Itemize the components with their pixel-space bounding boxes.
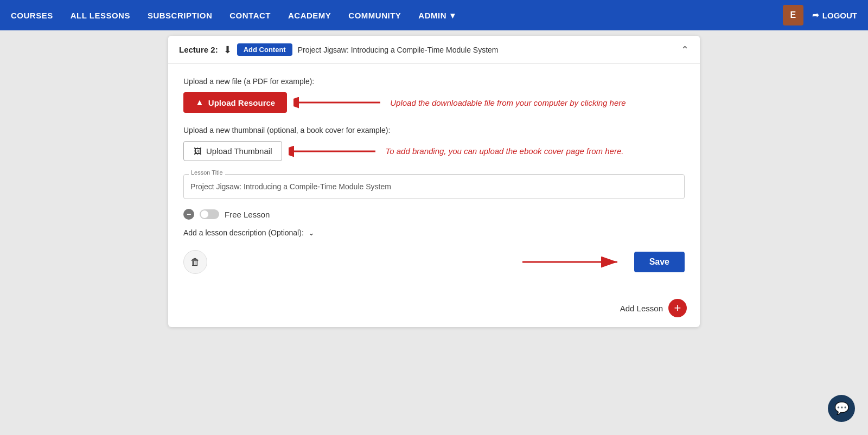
- nav-links: COURSES ALL LESSONS SUBSCRIPTION CONTACT…: [11, 11, 457, 20]
- lesson-title-floating-label: Lesson Title: [189, 169, 225, 176]
- nav-subscription[interactable]: SUBSCRIPTION: [148, 11, 212, 20]
- form-content: Upload a new file (a PDF for example): ▲…: [168, 64, 700, 289]
- upload-resource-arrow: Upload the downloadable file from your c…: [293, 94, 626, 111]
- nav-academy[interactable]: ACADEMY: [288, 11, 331, 20]
- toggle-thumb: [201, 210, 208, 218]
- add-description-label: Add a lesson description (Optional):: [183, 228, 304, 237]
- add-description-row[interactable]: Add a lesson description (Optional): ⌄: [183, 228, 685, 237]
- chat-icon: 💬: [834, 401, 849, 415]
- nav-right: E ➦ LOGOUT: [783, 5, 857, 25]
- save-arrow-svg: [517, 252, 626, 272]
- navbar: COURSES ALL LESSONS SUBSCRIPTION CONTACT…: [0, 0, 868, 30]
- upload-thumbnail-arrow: To add branding, you can upload the eboo…: [289, 143, 623, 160]
- logout-button[interactable]: ➦ LOGOUT: [812, 10, 857, 20]
- nav-all-lessons[interactable]: ALL LESSONS: [71, 11, 130, 20]
- add-content-button[interactable]: Add Content: [237, 43, 292, 56]
- arrow-svg-thumbnail: [289, 143, 381, 160]
- nav-admin[interactable]: ADMIN ▼: [418, 11, 457, 20]
- upload-resource-row: ▲ Upload Resource Upload the downloadabl…: [183, 92, 685, 113]
- upload-thumbnail-button[interactable]: 🖼 Upload Thumbnail: [183, 141, 282, 161]
- nav-courses[interactable]: COURSES: [11, 11, 53, 20]
- plus-icon: +: [674, 301, 681, 315]
- arrow-svg-resource: [293, 94, 386, 111]
- toggle-minus-icon[interactable]: −: [183, 209, 194, 220]
- delete-button[interactable]: 🗑: [183, 250, 207, 274]
- nav-community[interactable]: COMMUNITY: [348, 11, 401, 20]
- lecture-label: Lecture 2:: [179, 45, 218, 54]
- download-icon[interactable]: ⬇: [224, 44, 232, 56]
- upload-resource-section-label: Upload a new file (a PDF for example):: [183, 77, 685, 86]
- add-lesson-button[interactable]: +: [668, 299, 687, 317]
- save-button[interactable]: Save: [634, 252, 685, 272]
- save-area: Save: [517, 252, 685, 272]
- upload-thumbnail-annotation: To add branding, you can upload the eboo…: [385, 146, 623, 156]
- free-lesson-label: Free Lesson: [225, 210, 270, 219]
- add-lesson-row: Add Lesson +: [168, 289, 700, 327]
- chat-bubble-button[interactable]: 💬: [828, 395, 855, 422]
- trash-icon: 🗑: [190, 257, 200, 268]
- collapse-icon[interactable]: ⌃: [681, 44, 689, 56]
- image-icon: 🖼: [194, 146, 202, 156]
- free-lesson-row: − Free Lesson: [183, 209, 685, 220]
- avatar: E: [783, 5, 803, 25]
- lecture-header-left: Lecture 2: ⬇ Add Content Project Jigsaw:…: [179, 43, 499, 56]
- lecture-header: Lecture 2: ⬇ Add Content Project Jigsaw:…: [168, 36, 700, 64]
- upload-resource-annotation: Upload the downloadable file from your c…: [390, 98, 626, 107]
- bottom-row: 🗑 Save: [183, 250, 685, 274]
- upload-cloud-icon: ▲: [195, 98, 204, 107]
- lecture-title: Project Jigsaw: Introducing a Compile-Ti…: [298, 46, 499, 54]
- lesson-title-field: Lesson Title: [183, 174, 685, 199]
- add-lesson-label: Add Lesson: [620, 304, 663, 313]
- nav-contact[interactable]: CONTACT: [229, 11, 271, 20]
- upload-thumbnail-row: 🖼 Upload Thumbnail To add branding, you …: [183, 141, 685, 161]
- free-lesson-toggle[interactable]: [200, 209, 219, 219]
- lesson-title-input[interactable]: [183, 174, 685, 199]
- main-content: Lecture 2: ⬇ Add Content Project Jigsaw:…: [0, 30, 868, 338]
- upload-thumbnail-section-label: Upload a new thumbnail (optional, a book…: [183, 126, 685, 135]
- upload-resource-button[interactable]: ▲ Upload Resource: [183, 92, 287, 113]
- chevron-down-icon: ⌄: [308, 228, 315, 237]
- content-card: Lecture 2: ⬇ Add Content Project Jigsaw:…: [168, 36, 700, 327]
